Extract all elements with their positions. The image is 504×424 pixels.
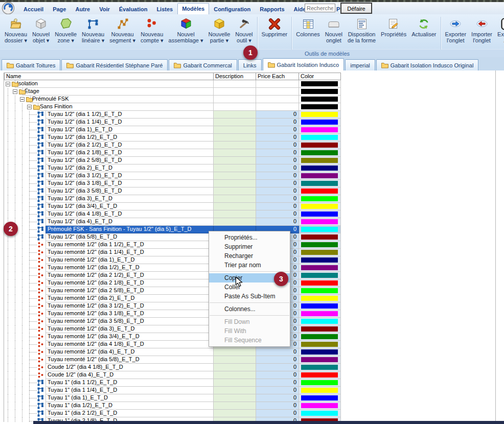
description-cell[interactable] [214,371,256,379]
price-cell[interactable]: 0 [256,119,299,126]
name-cell[interactable]: Tuyau 1/2" (dia 3 5/8)_E_T_D [45,187,214,195]
price-cell[interactable] [256,80,299,88]
ribbon-button-actualiser[interactable]: Actualiser [409,16,439,39]
price-cell[interactable] [256,88,299,96]
doc-tab-gabarit-commercal[interactable]: Gabarit Commercal [169,59,237,70]
doc-tab-imperial[interactable]: imperial [345,59,375,70]
description-cell[interactable] [214,164,256,172]
description-cell[interactable] [214,218,256,226]
name-cell[interactable]: Tuyau remonté 1/2" (dia 3 1/8)_E_T_D [45,310,214,318]
price-cell[interactable] [256,96,299,103]
price-cell[interactable]: 0 [256,218,299,226]
doc-tab-gabarit-residentiel-stephane-pare[interactable]: Gabarit Résidentiel Stéphane Paré [61,59,168,70]
name-cell[interactable]: Tuyau 1/2" (dia 2 1/2)_E_T_D [45,142,214,149]
ribbon-button-nouveau-segment[interactable]: Nouveausegment ▾ [107,16,138,44]
name-cell[interactable]: Tuyau 1/2" (dia 2 1/8)_E_T_D [45,149,214,157]
description-cell[interactable] [214,142,256,149]
name-cell[interactable]: Tuyau remonté 1/2" (dia 3 1/2)_E_T_D [45,302,214,310]
color-cell[interactable] [299,103,341,111]
menu-tab-rapports[interactable]: Rapports [255,4,289,14]
price-cell[interactable] [256,103,299,111]
price-cell[interactable]: 0 [256,134,299,142]
ribbon-button-disposition-de-la-forme[interactable]: Dispositionde la forme [345,16,378,44]
name-cell[interactable]: Tuyau remonté 1/2" (dia 1 1/4)_E_T_D [45,249,214,256]
name-cell[interactable]: Sans Finition [38,103,214,111]
name-cell[interactable]: Tuyau 1/2" (dia 1 1/4)_E_T_D [45,119,214,126]
color-cell[interactable] [299,318,341,325]
menu-tab-voir[interactable]: Voir [95,4,114,14]
ribbon-button-nouvelle-zone[interactable]: Nouvellezone ▾ [52,16,79,44]
price-cell[interactable]: 0 [256,394,299,402]
color-cell[interactable] [299,157,341,164]
name-cell[interactable]: Tuyau remonté 1/2" (dia 1)_E_T_D [45,256,214,264]
description-cell[interactable] [214,134,256,142]
price-cell[interactable]: 0 [256,111,299,119]
price-cell[interactable]: 0 [256,180,299,187]
color-cell[interactable] [299,364,341,371]
color-cell[interactable] [299,126,341,134]
description-cell[interactable] [214,119,256,126]
description-cell[interactable] [214,402,256,410]
price-cell[interactable]: 0 [256,210,299,218]
color-cell[interactable] [299,264,341,272]
name-cell[interactable]: Tuyau remonté 1/2" (dia 3/4)_E_T_D [45,333,214,341]
expand-box[interactable] [20,97,25,102]
description-cell[interactable] [214,348,256,356]
ribbon-button-supprimer[interactable]: Supprimer [259,16,290,39]
name-cell[interactable]: Coude 1/2" (dia 4)_E_T_D [45,371,214,379]
context-menu-item-supprimer[interactable]: Supprimer [209,242,290,251]
price-cell[interactable]: 0 [256,356,299,364]
menu-tab-page[interactable]: Page [48,4,71,14]
ribbon-button-importer-l-onglet[interactable]: Importerl'onglet [469,16,495,44]
color-cell[interactable] [299,279,341,287]
price-cell[interactable]: 0 [256,142,299,149]
column-header-name[interactable]: Name [4,73,214,80]
price-cell[interactable]: 0 [256,402,299,410]
ribbon-button-nouveau-dossier[interactable]: Nouveaudossier ▾ [2,16,30,44]
color-cell[interactable] [299,256,341,264]
price-cell[interactable]: 0 [256,126,299,134]
ribbon-button-colonnes[interactable]: Colonnes [293,16,322,39]
name-cell[interactable]: Tuyau remonté 1/2" (dia 3 5/8)_E_T_D [45,318,214,325]
color-cell[interactable] [299,96,341,103]
description-cell[interactable] [214,387,256,394]
ribbon-button-nouvel-objet[interactable]: Nouvelobjet ▾ [30,16,52,44]
description-cell[interactable] [214,88,256,96]
description-cell[interactable] [214,180,256,187]
doc-tab-gabarit-isolation-indusco-original[interactable]: Gabarit Isolation Indusco Original [376,59,479,70]
color-cell[interactable] [299,134,341,142]
description-cell[interactable] [214,394,256,402]
doc-tab-gabarit-toitures[interactable]: Gabarit Toitures [2,59,60,70]
expand-box[interactable] [6,82,10,86]
color-cell[interactable] [299,233,341,241]
context-menu-item-trier-par-nom[interactable]: Trier par nom [209,261,290,270]
context-menu-item-colonnes[interactable]: Colonnes... [209,304,290,314]
price-cell[interactable]: 0 [256,149,299,157]
ribbon-button-nouveau-compte[interactable]: Nouveaucompte ▾ [138,16,166,44]
menu-tab-configuration[interactable]: Configuration [209,4,255,14]
color-cell[interactable] [299,180,341,187]
price-cell[interactable]: 0 [256,387,299,394]
price-cell[interactable]: 0 [256,379,299,387]
name-cell[interactable]: Tuyau 1" (dia 1 1/2)_E_T_D [45,379,214,387]
description-cell[interactable] [214,172,256,180]
column-header-color[interactable]: Color [299,73,341,80]
name-cell[interactable]: Tuyau 1/2" (dia 1)_E_T_D [45,126,214,134]
color-cell[interactable] [299,218,341,226]
column-header-description[interactable]: Description [214,73,256,80]
description-cell[interactable] [214,379,256,387]
price-cell[interactable]: 0 [256,364,299,371]
menu-tab-modeles[interactable]: Modèles [177,3,209,14]
name-cell[interactable]: Tuyau remonté 1/2" (dia 2 1/8)_E_T_D [45,279,214,287]
color-cell[interactable] [299,333,341,341]
name-cell[interactable]: Tuyau 1" (dia 2 1/2)_E_T_D [45,410,214,417]
name-cell[interactable]: Tuyau 1/2" (dia 1 1/2)_E_T_D [45,111,214,119]
name-cell[interactable]: Tuyau 1/2" (dia 3 1/8)_E_T_D [45,180,214,187]
ribbon-button-nouvel-outil[interactable]: Nouveloutil ▾ [233,16,255,44]
doc-tab-gabarit-isolation-indusco[interactable]: Gabarit Isolation Indusco [263,58,345,70]
name-cell[interactable]: Tuyau 1/2" (dia 3 1/2)_E_T_D [45,172,214,180]
price-cell[interactable]: 0 [256,410,299,417]
color-cell[interactable] [299,402,341,410]
price-cell[interactable]: 0 [256,371,299,379]
color-cell[interactable] [299,287,341,295]
